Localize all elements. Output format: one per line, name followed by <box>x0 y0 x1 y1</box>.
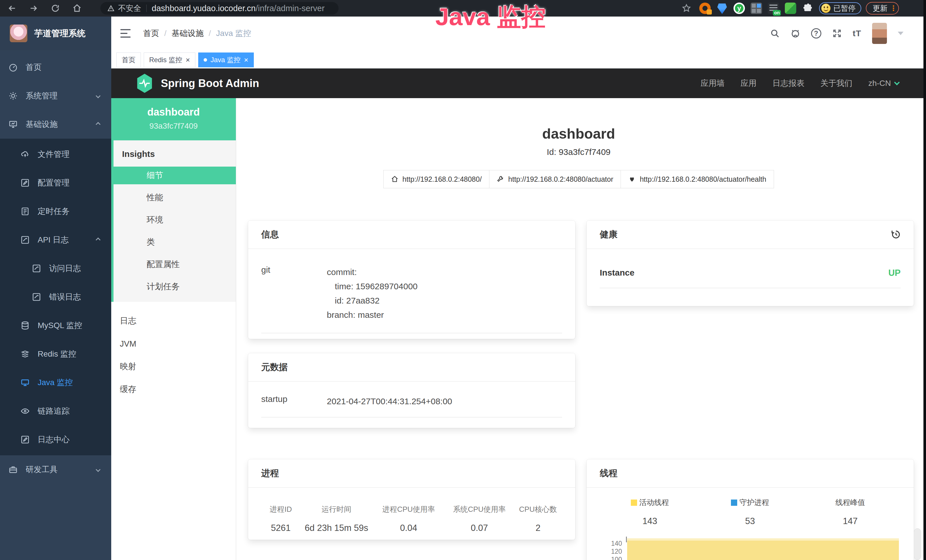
service-url-button[interactable]: http://192.168.0.2:48080/ <box>383 170 489 188</box>
sidebar-item-error-log[interactable]: 错误日志 <box>0 283 111 311</box>
kebab-menu-icon[interactable]: ⁝ <box>892 4 895 12</box>
metadata-card: 元数据 startup 2021-04-27T00:44:31.254+08:0… <box>248 353 575 428</box>
metadata-card-title: 元数据 <box>261 361 288 373</box>
bookmark-star-icon[interactable] <box>682 3 691 13</box>
avatar[interactable] <box>872 23 887 44</box>
menu-item-classes[interactable]: 类 <box>113 233 236 251</box>
tab-java-monitor[interactable]: Java 监控 × <box>198 53 254 67</box>
y-tick: 120 <box>600 548 625 555</box>
health-url: http://192.168.0.2:48080/actuator/health <box>640 175 766 183</box>
sidebar-item-log-center[interactable]: 日志中心 <box>0 425 111 454</box>
locale-label: zh-CN <box>869 79 891 88</box>
search-icon[interactable] <box>770 29 780 38</box>
sba-nav-journal[interactable]: 日志报表 <box>773 78 805 89</box>
menu-item-env[interactable]: 环境 <box>113 211 236 229</box>
page-title: dashboard <box>236 126 921 142</box>
tab-redis-monitor[interactable]: Redis 监控 × <box>144 53 195 67</box>
health-url-button[interactable]: http://192.168.0.2:48080/actuator/health <box>620 170 774 188</box>
extension-on-badge-icon[interactable]: on <box>768 3 779 14</box>
sidebar-item-access-log[interactable]: 访问日志 <box>0 254 111 283</box>
sidebar-item-java-monitor[interactable]: Java 监控 <box>0 368 111 397</box>
sidebar-item-api-log[interactable]: API 日志 <box>0 226 111 254</box>
back-icon[interactable] <box>8 4 17 13</box>
process-col-header: 运行时间 <box>300 504 372 515</box>
sidebar-item-job[interactable]: 定时任务 <box>0 197 111 226</box>
history-icon[interactable] <box>890 229 900 240</box>
menu-item-caches[interactable]: 缓存 <box>111 381 236 398</box>
extension-grid-icon[interactable] <box>750 3 762 14</box>
breadcrumb-home[interactable]: 首页 <box>143 28 159 39</box>
actuator-url-button[interactable]: http://192.168.0.2:48080/actuator <box>489 170 621 188</box>
instance-links: http://192.168.0.2:48080/ http://192.168… <box>236 170 921 188</box>
extension-blue-pin-icon[interactable] <box>716 3 728 14</box>
metadata-value: 2021-04-27T00:44:31.254+08:00 <box>327 394 562 409</box>
sba-logo-icon[interactable] <box>136 74 153 93</box>
process-col-header: 进程CPU使用率 <box>372 504 445 515</box>
menu-item-mappings[interactable]: 映射 <box>111 358 236 375</box>
github-icon[interactable] <box>791 29 800 38</box>
tab-home[interactable]: 首页 <box>117 53 141 67</box>
hamburger-icon[interactable] <box>120 29 131 38</box>
reload-icon[interactable] <box>51 4 60 13</box>
page-scrollbar-thumb[interactable] <box>914 528 921 560</box>
browser-home-icon[interactable] <box>73 4 82 13</box>
sba-nav-about[interactable]: 关于我们 <box>820 78 852 89</box>
sidebar-item-system[interactable]: 系统管理 <box>0 82 111 110</box>
url-path[interactable]: /infra/admin-server <box>256 4 325 13</box>
locale-select[interactable]: zh-CN <box>869 79 899 88</box>
sidebar-item-redis[interactable]: Redis 监控 <box>0 340 111 368</box>
live-threads-area <box>627 538 899 560</box>
chevron-up-icon <box>96 238 101 242</box>
address-bar[interactable]: 不安全 dashboard.yudao.iocoder.cn /infra/ad… <box>100 2 339 15</box>
link-home-icon <box>391 176 398 183</box>
extension-green-leaf-icon[interactable] <box>785 3 796 14</box>
help-icon[interactable]: ? <box>811 28 822 38</box>
menu-item-jvm[interactable]: JVM <box>111 335 236 353</box>
extension-orange-c-icon[interactable] <box>699 3 711 14</box>
sidebar-item-label: MySQL 监控 <box>38 320 82 331</box>
sba-nav-wallboard[interactable]: 应用墙 <box>701 78 725 89</box>
metadata-key: startup <box>261 394 327 409</box>
fullscreen-icon[interactable] <box>832 29 842 38</box>
caret-down-icon[interactable] <box>898 32 903 35</box>
profile-paused-chip[interactable]: 已暂停 <box>819 2 861 14</box>
sidebar-item-home[interactable]: 首页 <box>0 53 111 82</box>
menu-item-logs[interactable]: 日志 <box>111 312 236 330</box>
health-instance-label: Instance <box>600 268 634 278</box>
breadcrumb-infra[interactable]: 基础设施 <box>172 28 204 39</box>
sidebar-item-label: 文件管理 <box>38 149 70 160</box>
insecure-warning-icon[interactable] <box>107 5 115 12</box>
sidebar-item-infra[interactable]: 基础设施 <box>0 110 111 139</box>
sba-nav-applications[interactable]: 应用 <box>741 78 757 89</box>
profile-avatar-emoji <box>822 4 831 13</box>
extensions-puzzle-icon[interactable] <box>802 3 813 14</box>
menu-item-scheduledtasks[interactable]: 计划任务 <box>113 278 236 295</box>
sidebar-item-mysql[interactable]: MySQL 监控 <box>0 311 111 340</box>
process-value: 5261 <box>261 523 300 533</box>
close-icon[interactable]: × <box>244 56 248 64</box>
chevron-down-icon <box>96 467 101 472</box>
menu-item-configprops[interactable]: 配置属性 <box>113 256 236 273</box>
legend-daemon-swatch <box>731 499 737 506</box>
forward-icon[interactable] <box>29 4 38 13</box>
sidebar-item-config[interactable]: 配置管理 <box>0 169 111 197</box>
close-icon[interactable]: × <box>186 56 190 64</box>
insecure-label[interactable]: 不安全 <box>118 3 141 14</box>
chevron-down-icon <box>96 94 101 98</box>
extension-green-y-icon[interactable]: y <box>734 3 745 14</box>
legend-daemon-label: 守护进程 <box>740 498 769 507</box>
sba-brand[interactable]: Spring Boot Admin <box>161 77 259 89</box>
menu-item-metrics[interactable]: 性能 <box>113 189 236 207</box>
menu-item-details[interactable]: 细节 <box>113 166 236 184</box>
sidebar-item-file[interactable]: 文件管理 <box>0 140 111 169</box>
url-host[interactable]: dashboard.yudao.iocoder.cn <box>152 4 256 13</box>
sync-paused-label: 已暂停 <box>833 3 856 14</box>
font-size-icon[interactable]: tT <box>853 29 861 38</box>
sidebar-item-trace[interactable]: 链路追踪 <box>0 397 111 425</box>
insights-group: Insights 细节 性能 环境 类 配置属性 计划任务 <box>111 140 236 302</box>
sidebar-item-label: 基础设施 <box>26 119 57 130</box>
instance-header[interactable]: dashboard 93a3fc7f7409 <box>111 98 236 140</box>
eye-icon <box>21 407 30 416</box>
chrome-update-button[interactable]: 更新 ⁝ <box>866 2 899 15</box>
sidebar-item-devtools[interactable]: 研发工具 <box>0 455 111 484</box>
